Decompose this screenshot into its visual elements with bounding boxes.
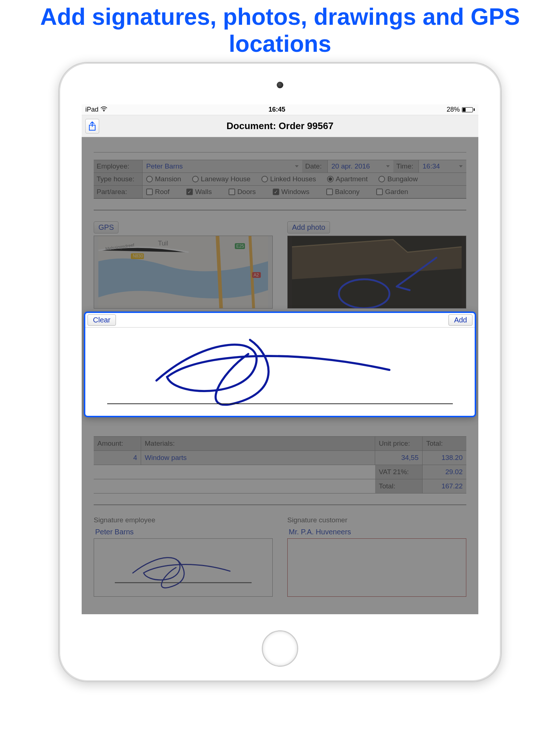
vat-label: VAT 21%:: [375, 465, 423, 479]
col-materials: Materials:: [141, 437, 375, 450]
wifi-icon: [101, 106, 107, 113]
radio-bungalow[interactable]: Bungalow: [378, 175, 417, 183]
gps-map[interactable]: Tuil Melssingsdreef N830 E25 A2: [94, 236, 273, 309]
col-total: Total:: [423, 437, 466, 450]
type-house-options: Mansion Laneway House Linked Houses Apar…: [143, 173, 466, 185]
signature-customer-section: Signature customer Mr. P.A. Huveneers: [287, 516, 466, 597]
col-unit: Unit price:: [375, 437, 423, 450]
share-icon: [88, 121, 96, 131]
vat-value: 29.02: [423, 465, 466, 479]
grand-total-label: Total:: [375, 479, 423, 493]
sig-customer-box[interactable]: [287, 538, 466, 597]
employee-label: Employee:: [94, 160, 143, 173]
sig-customer-name: Mr. P.A. Huveneers: [287, 528, 466, 536]
signature-employee-section: Signature employee Peter Barns: [94, 516, 273, 597]
signature-drawing: [85, 328, 475, 416]
check-windows[interactable]: Windows: [273, 188, 310, 196]
battery-icon: [462, 107, 475, 112]
check-garden[interactable]: Garden: [376, 188, 408, 196]
content-area: Employee: Peter Barns Date: 20 apr. 2016…: [82, 137, 478, 614]
date-label: Date:: [302, 160, 328, 173]
check-walls[interactable]: Walls: [186, 188, 212, 196]
page-title: Document: Order 99567: [226, 120, 333, 132]
promo-banner: Add signatures, photos, drawings and GPS…: [0, 0, 560, 57]
status-bar: iPad 16:45 28%: [82, 104, 478, 115]
part-area-options: Roof Walls Doors Windows Balcony Garden: [143, 186, 466, 198]
svg-point-0: [104, 111, 105, 112]
signature-baseline: [107, 403, 453, 404]
time-field[interactable]: 16:34: [419, 160, 466, 173]
radio-linked[interactable]: Linked Houses: [261, 175, 316, 183]
materials-table: Amount: Materials: Unit price: Total: 4 …: [94, 436, 466, 494]
radio-apartment[interactable]: Apartment: [327, 175, 368, 183]
type-house-label: Type house:: [94, 173, 143, 185]
col-amount: Amount:: [94, 437, 141, 450]
radio-laneway[interactable]: Laneway House: [192, 175, 250, 183]
time-label: Time:: [393, 160, 419, 173]
screen: iPad 16:45 28% Document: Order: [82, 104, 478, 614]
table-row[interactable]: 4 Window parts 34,55 138.20: [94, 450, 466, 465]
device-label: iPad: [85, 106, 98, 113]
svg-text:E25: E25: [236, 244, 244, 249]
employee-field[interactable]: Peter Barns: [143, 160, 302, 173]
signature-draw-area[interactable]: [85, 328, 475, 416]
check-doors[interactable]: Doors: [229, 188, 256, 196]
device-frame: iPad 16:45 28% Document: Order: [58, 62, 502, 682]
check-roof[interactable]: Roof: [146, 188, 170, 196]
date-field[interactable]: 20 apr. 2016: [328, 160, 393, 173]
sig-employee-box[interactable]: [94, 538, 273, 597]
photo-with-drawing[interactable]: [287, 236, 466, 309]
sig-employee-title: Signature employee: [94, 516, 273, 524]
radio-mansion[interactable]: Mansion: [146, 175, 181, 183]
grand-total-value: 167.22: [423, 479, 466, 493]
add-photo-button[interactable]: Add photo: [287, 221, 330, 233]
add-button[interactable]: Add: [448, 314, 472, 326]
part-area-label: Part/area:: [94, 186, 143, 198]
share-button[interactable]: [85, 119, 99, 133]
clear-button[interactable]: Clear: [88, 314, 116, 326]
sig-customer-title: Signature customer: [287, 516, 466, 524]
gps-button[interactable]: GPS: [94, 221, 118, 233]
home-button[interactable]: [262, 630, 298, 667]
camera-icon: [277, 82, 283, 88]
photo-graphic: [288, 236, 466, 308]
svg-text:N830: N830: [133, 253, 143, 259]
svg-text:Tuil: Tuil: [158, 240, 168, 247]
check-balcony[interactable]: Balcony: [326, 188, 360, 196]
map-graphic: Tuil Melssingsdreef N830 E25 A2: [94, 236, 272, 308]
nav-bar: Document: Order 99567: [82, 115, 478, 137]
status-time: 16:45: [268, 106, 285, 113]
svg-text:A2: A2: [254, 272, 259, 278]
signature-popup: Clear Add: [84, 311, 476, 417]
battery-percent: 28%: [447, 106, 460, 113]
sig-employee-name: Peter Barns: [94, 528, 273, 536]
